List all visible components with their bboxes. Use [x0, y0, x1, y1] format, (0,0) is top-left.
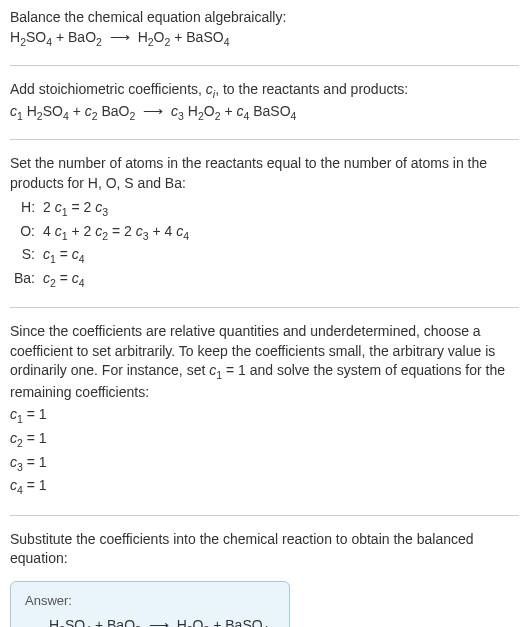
step5: Substitute the coefficients into the che…: [10, 530, 519, 569]
coefficient-item: c3 = 1: [10, 452, 519, 476]
step4: Since the coefficients are relative quan…: [10, 322, 519, 498]
divider: [10, 307, 519, 308]
coefficient-item: c1 = 1: [10, 404, 519, 428]
coefficient-item: c2 = 1: [10, 428, 519, 452]
answer-box: Answer: H2SO4 + BaO2 ⟶ H2O2 + BaSO4: [10, 581, 290, 627]
divider: [10, 65, 519, 66]
table-row: H: 2 c1 = 2 c3: [12, 197, 195, 220]
element-label: Ba:: [12, 268, 41, 291]
table-row: Ba: c2 = c4: [12, 268, 195, 291]
table-row: O: 4 c1 + 2 c2 = 2 c3 + 4 c4: [12, 221, 195, 244]
step4-intro: Since the coefficients are relative quan…: [10, 322, 519, 402]
step2-intro: Add stoichiometric coefficients, ci, to …: [10, 80, 519, 101]
element-equation: 4 c1 + 2 c2 = 2 c3 + 4 c4: [41, 221, 195, 244]
element-label: H:: [12, 197, 41, 220]
table-row: S: c1 = c4: [12, 244, 195, 267]
atom-equations-body: H: 2 c1 = 2 c3 O: 4 c1 + 2 c2 = 2 c3 + 4…: [12, 197, 195, 291]
step3: Set the number of atoms in the reactants…: [10, 154, 519, 291]
divider: [10, 515, 519, 516]
step2-equation: c1 H2SO4 + c2 BaO2 ⟶ c3 H2O2 + c4 BaSO4: [10, 102, 519, 123]
answer-equation: H2SO4 + BaO2 ⟶ H2O2 + BaSO4: [25, 616, 275, 627]
divider: [10, 139, 519, 140]
atom-equations-table: H: 2 c1 = 2 c3 O: 4 c1 + 2 c2 = 2 c3 + 4…: [12, 197, 195, 291]
element-equation: c2 = c4: [41, 268, 195, 291]
coefficient-item: c4 = 1: [10, 475, 519, 499]
step1: Balance the chemical equation algebraica…: [10, 8, 519, 49]
element-equation: c1 = c4: [41, 244, 195, 267]
answer-label: Answer:: [25, 592, 275, 610]
step3-intro: Set the number of atoms in the reactants…: [10, 154, 519, 193]
step2: Add stoichiometric coefficients, ci, to …: [10, 80, 519, 123]
element-equation: 2 c1 = 2 c3: [41, 197, 195, 220]
coefficient-list: c1 = 1c2 = 1c3 = 1c4 = 1: [10, 404, 519, 498]
element-label: O:: [12, 221, 41, 244]
step5-intro: Substitute the coefficients into the che…: [10, 530, 519, 569]
step1-equation: H2SO4 + BaO2 ⟶ H2O2 + BaSO4: [10, 28, 519, 49]
step1-intro: Balance the chemical equation algebraica…: [10, 8, 519, 28]
element-label: S:: [12, 244, 41, 267]
